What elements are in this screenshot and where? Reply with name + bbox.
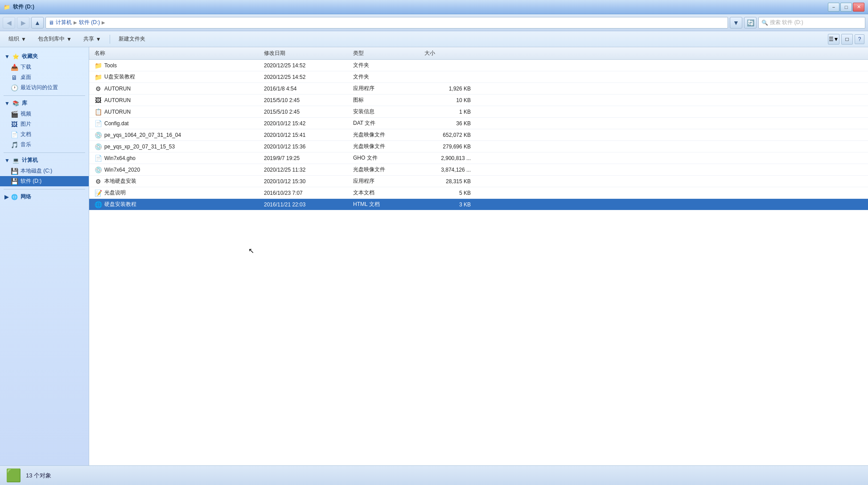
table-row[interactable]: 📄 Config.dat 2020/10/12 15:42 DAT 文件 36 … — [89, 118, 868, 129]
file-icon-4: 📋 — [95, 108, 102, 115]
file-name-text: Win7x64.gho — [104, 155, 136, 161]
file-size-cell: 3 KB — [421, 199, 474, 210]
sidebar-item-documents[interactable]: 📄 文档 — [0, 129, 89, 140]
table-row[interactable]: ⚙ AUTORUN 2016/1/8 4:54 应用程序 1,926 KB — [89, 83, 868, 95]
file-icon-0: 📁 — [95, 62, 102, 69]
col-header-type[interactable]: 类型 — [350, 47, 421, 59]
view-options-button[interactable]: ☰▼ — [828, 34, 839, 45]
computer-icon: 💻 — [12, 157, 19, 164]
file-name-text: 硬盘安装教程 — [104, 201, 136, 208]
table-row[interactable]: 📝 光盘说明 2016/10/23 7:07 文本文档 5 KB — [89, 187, 868, 199]
table-row[interactable]: 💿 pe_yqs_xp_20_07_31_15_53 2020/10/12 15… — [89, 141, 868, 152]
favorites-star-icon: ⭐ — [12, 53, 19, 60]
file-icon-5: 📄 — [95, 120, 102, 127]
file-modified-cell: 2020/12/25 14:52 — [260, 71, 350, 82]
table-row[interactable]: 💿 Win7x64_2020 2020/12/25 11:32 光盘映像文件 3… — [89, 164, 868, 176]
sidebar-item-recent[interactable]: 🕐 最近访问的位置 — [0, 82, 89, 93]
table-row[interactable]: 📄 Win7x64.gho 2019/9/7 19:25 GHO 文件 2,90… — [89, 152, 868, 164]
table-row[interactable]: 🖼 AUTORUN 2015/5/10 2:45 图标 10 KB — [89, 95, 868, 106]
sidebar-item-pictures[interactable]: 🖼 图片 — [0, 119, 89, 129]
table-row[interactable]: 🌐 硬盘安装教程 2016/11/21 22:03 HTML 文档 3 KB — [89, 199, 868, 210]
table-row[interactable]: 💿 pe_yqs_1064_20_07_31_16_04 2020/10/12 … — [89, 129, 868, 141]
preview-button[interactable]: □ — [841, 34, 853, 45]
file-icon-11: 📝 — [95, 189, 102, 197]
sidebar-item-desktop[interactable]: 🖥 桌面 — [0, 72, 89, 82]
status-icon: 🟩 — [5, 468, 21, 484]
minimize-button[interactable]: − — [828, 3, 839, 12]
table-row[interactable]: ⚙ 本地硬盘安装 2020/10/12 15:30 应用程序 28,315 KB — [89, 176, 868, 187]
table-row[interactable]: 📁 Tools 2020/12/25 14:52 文件夹 — [89, 60, 868, 71]
back-button[interactable]: ◀ — [3, 17, 15, 29]
file-modified-cell: 2016/1/8 4:54 — [260, 83, 350, 94]
col-header-modified[interactable]: 修改日期 — [260, 47, 350, 59]
computer-section: ▼ 💻 计算机 💾 本地磁盘 (C:) 💾 软件 (D:) — [0, 155, 89, 186]
share-button[interactable]: 共享 ▼ — [78, 33, 106, 45]
organize-button[interactable]: 组织 ▼ — [4, 33, 31, 45]
toolbar-separator — [110, 35, 110, 44]
favorites-section: ▼ ⭐ 收藏夹 📥 下载 🖥 桌面 🕐 最近访问的位置 — [0, 51, 89, 93]
file-name-cell: 📝 光盘说明 — [91, 187, 260, 198]
music-icon: 🎵 — [11, 141, 18, 148]
file-icon-8: 📄 — [95, 155, 102, 162]
file-modified-cell: 2016/11/21 22:03 — [260, 199, 350, 210]
library-header[interactable]: ▼ 📚 库 — [0, 98, 89, 109]
d-drive-icon: 💾 — [11, 178, 18, 185]
new-folder-button[interactable]: 新建文件夹 — [114, 33, 150, 45]
close-button[interactable]: ✕ — [853, 3, 864, 12]
col-header-size[interactable]: 大小 — [421, 47, 474, 59]
search-bar[interactable]: 🔍 搜索 软件 (D:) — [758, 17, 865, 29]
video-icon: 🎬 — [11, 111, 18, 118]
network-header[interactable]: ▶ 🌐 网络 — [0, 191, 89, 202]
breadcrumb-computer[interactable]: 计算机 — [56, 19, 72, 26]
window-icon: 📁 — [4, 4, 10, 10]
file-type-cell: 安装信息 — [350, 106, 421, 117]
toolbar-right: ☰▼ □ ? — [828, 34, 864, 45]
maximize-button[interactable]: □ — [840, 3, 852, 12]
sidebar-item-c-drive[interactable]: 💾 本地磁盘 (C:) — [0, 166, 89, 176]
desktop-icon: 🖥 — [11, 74, 18, 81]
computer-header[interactable]: ▼ 💻 计算机 — [0, 155, 89, 166]
sidebar-item-d-drive[interactable]: 💾 软件 (D:) — [0, 176, 89, 186]
file-name-cell: 💿 pe_yqs_1064_20_07_31_16_04 — [91, 129, 260, 140]
file-name-text: AUTORUN — [104, 97, 131, 103]
file-name-text: pe_yqs_xp_20_07_31_15_53 — [104, 144, 175, 150]
file-name-cell: 🖼 AUTORUN — [91, 95, 260, 106]
dropdown-button[interactable]: ▼ — [730, 17, 742, 29]
network-icon: 🌐 — [11, 194, 18, 200]
sidebar-item-video[interactable]: 🎬 视频 — [0, 109, 89, 119]
file-type-cell: 应用程序 — [350, 176, 421, 187]
forward-button[interactable]: ▶ — [17, 17, 29, 29]
library-icon: 📚 — [12, 100, 19, 107]
file-size-cell — [421, 60, 474, 71]
main-area: ▼ ⭐ 收藏夹 📥 下载 🖥 桌面 🕐 最近访问的位置 ▼ 📚 库 — [0, 47, 868, 465]
breadcrumb-bar[interactable]: 🖥 计算机 ▶ 软件 (D:) ▶ — [45, 17, 728, 29]
file-modified-cell: 2020/10/12 15:30 — [260, 176, 350, 187]
file-type-cell: 光盘映像文件 — [350, 164, 421, 175]
col-header-name[interactable]: 名称 — [91, 47, 260, 59]
help-button[interactable]: ? — [855, 34, 864, 44]
file-size-cell: 652,072 KB — [421, 129, 474, 140]
share-dropdown-icon: ▼ — [96, 36, 101, 42]
include-library-dropdown-icon: ▼ — [66, 36, 72, 42]
sidebar-item-downloads[interactable]: 📥 下载 — [0, 62, 89, 72]
table-row[interactable]: 📋 AUTORUN 2015/5/10 2:45 安装信息 1 KB — [89, 106, 868, 118]
sidebar-item-music[interactable]: 🎵 音乐 — [0, 140, 89, 150]
file-size-cell — [421, 71, 474, 82]
file-name-text: Tools — [104, 62, 117, 69]
file-modified-cell: 2020/10/12 15:36 — [260, 141, 350, 152]
file-modified-cell: 2020/10/12 15:41 — [260, 129, 350, 140]
favorites-header[interactable]: ▼ ⭐ 收藏夹 — [0, 51, 89, 62]
up-button[interactable]: ▲ — [31, 17, 44, 29]
breadcrumb-drive[interactable]: 软件 (D:) — [79, 19, 100, 26]
file-size-cell: 36 KB — [421, 118, 474, 129]
table-row[interactable]: 📁 U盘安装教程 2020/12/25 14:52 文件夹 — [89, 71, 868, 83]
file-icon-2: ⚙ — [95, 85, 102, 92]
sidebar-sep-1 — [4, 95, 85, 96]
include-library-button[interactable]: 包含到库中 ▼ — [33, 33, 77, 45]
file-modified-cell: 2020/10/12 15:42 — [260, 118, 350, 129]
refresh-button[interactable]: 🔄 — [744, 17, 757, 29]
file-modified-cell: 2016/10/23 7:07 — [260, 187, 350, 198]
file-type-cell: GHO 文件 — [350, 152, 421, 164]
file-icon-7: 💿 — [95, 143, 102, 150]
file-size-cell: 1,926 KB — [421, 83, 474, 94]
